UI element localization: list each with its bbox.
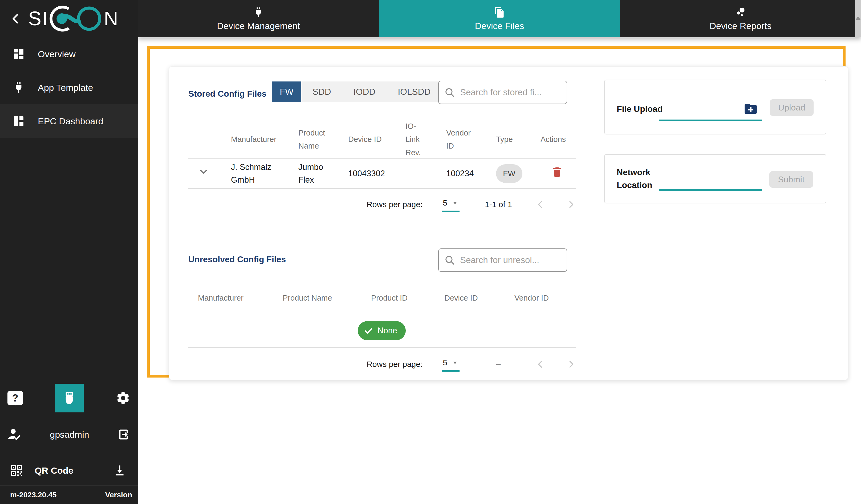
delete-trash-icon[interactable]	[551, 166, 563, 178]
bubble-chart-icon	[735, 6, 747, 18]
chevron-right-icon	[566, 359, 576, 369]
file-upload-card: File Upload Upload	[604, 80, 826, 135]
tab-label: Device Management	[217, 21, 300, 31]
sidebar-item-epc-dashboard[interactable]: EPC Dashboard	[0, 104, 138, 138]
version-label: Version	[105, 491, 132, 499]
sidebar-item-label: App Template	[38, 83, 93, 93]
rows-per-page-value: 5	[443, 198, 447, 207]
cell-manufacturer: J. Schmalz GmbH	[231, 161, 284, 186]
rows-per-page-select[interactable]: 5	[442, 356, 460, 372]
prev-page-button[interactable]	[535, 359, 545, 369]
stored-search-box	[438, 81, 567, 104]
dashboard-icon	[12, 48, 25, 60]
prev-page-button[interactable]	[535, 199, 545, 210]
download-icon[interactable]	[113, 464, 126, 477]
logo-bar: SI N	[0, 0, 138, 37]
dropdown-arrow-icon	[452, 359, 459, 366]
col-device-id: Device ID	[445, 292, 515, 305]
chevron-down-icon	[198, 166, 209, 177]
stored-pagination: Rows per page: 5 1-1 of 1	[188, 191, 576, 218]
type-chip: FW	[496, 164, 522, 183]
top-tab-bar: Device Management Device Files Device Re…	[138, 0, 861, 37]
stored-config-title: Stored Config Files	[188, 89, 266, 99]
upload-button[interactable]: Upload	[770, 99, 814, 116]
file-type-filter-tabs: FW SDD IODD IOLSDD	[272, 82, 442, 102]
pagination-range: –	[482, 360, 515, 369]
sidebar: SI N Overview App Template	[0, 0, 138, 504]
check-icon	[364, 326, 373, 335]
row-expand-chevron[interactable]	[188, 166, 231, 181]
user-row: gpsadmin	[0, 425, 138, 444]
rows-per-page-value: 5	[443, 358, 447, 367]
user-check-icon	[7, 427, 22, 442]
username-label: gpsadmin	[22, 430, 117, 440]
qr-code-label: QR Code	[35, 465, 73, 476]
logo-text-right: N	[104, 9, 119, 28]
col-product-id: Product ID	[371, 292, 445, 305]
tab-device-files[interactable]: Device Files	[379, 0, 620, 37]
none-label: None	[378, 326, 397, 335]
file-upload-label: File Upload	[617, 102, 662, 115]
version-bar: m-2023.20.45 Version	[0, 485, 138, 504]
cell-actions	[541, 166, 576, 181]
filter-tab-fw[interactable]: FW	[272, 82, 301, 102]
col-product-name: Product Name	[298, 126, 334, 153]
dropdown-arrow-icon	[452, 199, 459, 206]
unresolved-search-input[interactable]	[460, 255, 561, 265]
next-page-button[interactable]	[566, 359, 576, 369]
app-screen: SI N Overview App Template	[0, 0, 861, 504]
network-location-label: Network Location	[617, 166, 665, 192]
device-connector-button[interactable]	[55, 384, 84, 412]
unresolved-pagination: Rows per page: 5 –	[188, 351, 576, 378]
chevron-left-icon	[535, 199, 545, 210]
back-chevron-icon[interactable]	[9, 12, 23, 26]
qr-code-row[interactable]: QR Code	[0, 461, 138, 480]
scrollbar-track[interactable]	[855, 0, 861, 37]
next-page-button[interactable]	[566, 199, 576, 210]
filter-tab-sdd[interactable]: SDD	[301, 82, 342, 102]
none-status-chip: None	[358, 321, 406, 340]
unresolved-empty-row: None	[188, 314, 576, 348]
folder-add-icon[interactable]	[743, 101, 758, 116]
submit-button[interactable]: Submit	[769, 171, 813, 188]
cell-vendor-id: 100234	[446, 167, 496, 180]
stored-search-input[interactable]	[460, 87, 561, 97]
network-location-card: Network Location Submit	[604, 154, 826, 204]
file-upload-input-underline[interactable]	[659, 120, 762, 121]
stored-table-header: Manufacturer Product Name Device ID IO-L…	[188, 120, 576, 157]
logout-icon[interactable]	[117, 428, 131, 442]
tab-device-management[interactable]: Device Management	[138, 0, 379, 37]
sidebar-item-app-template[interactable]: App Template	[0, 71, 138, 104]
filter-tab-iolsdd[interactable]: IOLSDD	[386, 82, 442, 102]
qr-code-icon	[9, 463, 24, 478]
rows-per-page-select[interactable]: 5	[442, 197, 460, 212]
sicon-logo: SI N	[28, 5, 133, 32]
help-icon[interactable]: ?	[8, 391, 23, 405]
rows-per-page-label: Rows per page:	[367, 200, 423, 209]
cell-device-id: 10043302	[348, 167, 406, 180]
col-device-id: Device ID	[348, 133, 406, 146]
sidebar-quick-icons: ?	[0, 383, 138, 413]
sidebar-item-label: Overview	[38, 49, 76, 59]
network-location-input-underline[interactable]	[659, 189, 762, 191]
tab-device-reports[interactable]: Device Reports	[620, 0, 861, 37]
sidebar-item-overview[interactable]: Overview	[0, 37, 138, 71]
col-io-link-rev: IO-Link Rev.	[406, 120, 431, 159]
filter-tab-iodd[interactable]: IODD	[342, 82, 387, 102]
plug-icon	[252, 6, 264, 18]
plug-icon	[12, 81, 25, 94]
col-type: Type	[496, 133, 541, 146]
col-vendor-id: Vendor ID	[446, 126, 482, 153]
sidebar-item-label: EPC Dashboard	[38, 116, 104, 126]
col-vendor-id: Vendor ID	[515, 292, 576, 305]
version-value: m-2023.20.45	[10, 491, 56, 499]
col-actions: Actions	[541, 133, 576, 146]
highlight-outline: Stored Config Files FW SDD IODD IOLSDD M…	[147, 46, 846, 378]
search-icon	[444, 254, 455, 266]
cell-type: FW	[496, 164, 541, 183]
settings-gear-icon[interactable]	[115, 391, 131, 406]
scrollbar-up-arrow[interactable]	[856, 14, 860, 20]
cell-product-name: Jumbo Flex	[298, 161, 336, 186]
logo-co-glyph	[49, 5, 104, 32]
file-copy-icon	[494, 6, 505, 18]
